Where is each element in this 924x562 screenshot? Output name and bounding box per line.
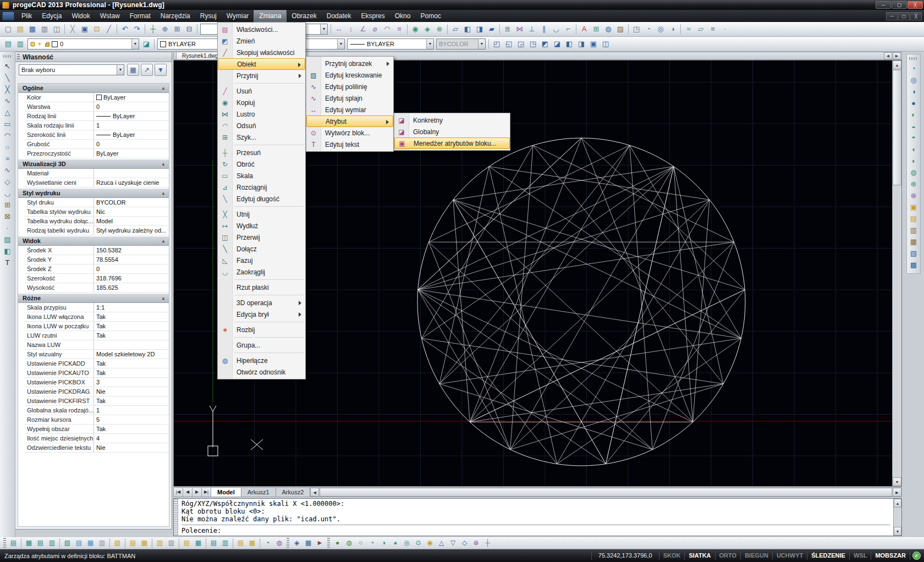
property-row-skala-rodzaju-linii[interactable]: Skala rodzaju linii1	[25, 121, 169, 130]
mdi-close-button[interactable]: ╳	[910, 12, 922, 20]
point-style-icon[interactable]: ●	[332, 538, 343, 548]
property-value[interactable]: 185.625	[94, 283, 169, 292]
menu-dodatek[interactable]: Dodatek	[322, 10, 356, 22]
property-row-tabelka-stylów-wydruku[interactable]: Tabelka stylów wydrukuNic	[25, 207, 169, 217]
solid-fill-tool-icon[interactable]: ◉	[424, 538, 436, 548]
boundary-tool-icon[interactable]: ◔	[366, 538, 378, 548]
menu-obrazek[interactable]: Obrazek	[287, 10, 321, 22]
layer-lock-icon[interactable]: ▤	[127, 538, 139, 548]
palette-title-bar[interactable]: Własność	[15, 52, 172, 62]
section-header-ogólne[interactable]: Ogólne▲	[18, 84, 169, 93]
collapse-chevron-icon[interactable]: ▲	[161, 239, 166, 244]
property-row-środek-x[interactable]: Środek X150.5382	[25, 246, 169, 255]
orbit-view-icon[interactable]: ◎	[908, 75, 920, 86]
property-row-wyświetlanie-cieni[interactable]: Wyświetlanie cieniRzuca i uzyskuje cieni…	[25, 178, 169, 188]
layer-isolate-icon[interactable]: ▤	[35, 538, 46, 548]
menu-widok[interactable]: Widok	[67, 10, 95, 22]
zmiana-item-utnij[interactable]: ╳Utnij	[218, 208, 305, 220]
property-value[interactable]: Tak	[94, 331, 169, 340]
point-icon[interactable]: ∙	[2, 223, 13, 234]
lights-icon[interactable]: ▣	[908, 202, 920, 213]
maximize-button[interactable]: ▢	[892, 1, 907, 9]
zmiana-item-usuń[interactable]: ╱Usuń	[218, 85, 305, 97]
zmiana-item-szyk[interactable]: ⊞Szyk...	[218, 131, 305, 143]
property-value[interactable]: 318.7696	[94, 274, 169, 283]
zmiana-item-edycja-brył[interactable]: Edycja brył	[218, 308, 305, 320]
ray-tool-icon[interactable]: ┼	[482, 538, 493, 548]
property-value[interactable]: 0	[94, 265, 169, 273]
fog-icon[interactable]: ▩	[908, 260, 920, 271]
make-object-layer-current-icon[interactable]: ▤	[8, 538, 19, 548]
dropdown-arrow-icon[interactable]: ▼	[131, 39, 139, 49]
render-tool-icon[interactable]: ◍	[602, 24, 614, 35]
palette-grip[interactable]	[17, 54, 20, 60]
property-row-ustawienie-pickfirst[interactable]: Ustawienie PICKFIRSTTak	[25, 396, 169, 406]
toolbar-grip[interactable]	[909, 57, 918, 60]
shade-flat-edges-icon[interactable]: ◍	[908, 167, 920, 178]
hatch-icon[interactable]: ▨	[2, 234, 13, 245]
ucs-object-icon[interactable]: ◱	[503, 38, 515, 49]
property-value[interactable]	[94, 340, 169, 349]
property-value[interactable]: Tak	[94, 425, 169, 433]
layer-list-tool-icon[interactable]: ≣	[502, 24, 514, 35]
layer-states-tool-icon[interactable]: ▦	[246, 538, 258, 548]
tabstrip-scroll-left-button[interactable]: ◀	[884, 52, 892, 59]
region-tool-icon[interactable]: ▱	[449, 24, 461, 35]
lineweight-control-combo[interactable]: BYLAYER▼	[347, 38, 434, 49]
render-view-icon[interactable]: ⊗	[908, 190, 920, 201]
layout-tab-model[interactable]: Model	[211, 488, 241, 497]
layer-states-manager-icon[interactable]: ▥	[14, 38, 26, 49]
property-row-szerokość[interactable]: Szerokość318.7696	[25, 274, 169, 283]
status-toggle-siatka[interactable]: SIATKA	[685, 552, 715, 560]
area-tool-icon[interactable]: ▱	[695, 24, 707, 35]
materials-view-icon[interactable]: ▥	[908, 225, 920, 236]
ucs-world-icon[interactable]: ◰	[491, 38, 503, 49]
mdi-restore-button[interactable]: ▢	[898, 12, 910, 20]
osnap-intersection-icon[interactable]: ⊗	[433, 24, 446, 35]
minimize-button[interactable]: ─	[876, 1, 891, 9]
property-row-globalna-skala-rodzajó[interactable]: Globalna skala rodzajó...1	[25, 406, 169, 415]
property-value[interactable]: ByLayer	[94, 130, 169, 139]
layout-tab-arkusz2[interactable]: Arkusz2	[276, 488, 311, 497]
obiekt-item-edytuj-wymiar[interactable]: ↔Edytuj wymiar	[306, 104, 393, 115]
property-value[interactable]: Model	[94, 217, 169, 225]
property-value[interactable]: 1:1	[94, 303, 169, 312]
parallel-snap-icon[interactable]: ∥	[538, 24, 550, 35]
zmiana-item-3d-operacja[interactable]: 3D operacja	[218, 297, 305, 308]
menu-edycja[interactable]: Edycja	[37, 10, 67, 22]
toggle-value-filter-button[interactable]: ▼	[155, 64, 167, 76]
property-row-środek-z[interactable]: Środek Z0	[25, 265, 169, 274]
shade-gouraud-edges-icon[interactable]: ⊕	[908, 179, 920, 190]
text-icon[interactable]: T	[2, 257, 13, 268]
spline-icon[interactable]: ∿	[2, 165, 13, 176]
property-row-wysokość[interactable]: Wysokość185.625	[25, 283, 169, 293]
shade-hidden-icon[interactable]: ◓	[908, 133, 920, 144]
scroll-right-button[interactable]: ▶	[893, 488, 901, 497]
dimension-aligned-icon[interactable]: ↕	[345, 24, 357, 35]
property-row-odzwierciedlenie-tekstu[interactable]: Odzwierciedlenie tekstuNie	[25, 443, 169, 453]
mesh-3d-tool-icon[interactable]: ▽	[447, 538, 459, 548]
revision-cloud-icon[interactable]: ≈	[2, 153, 13, 164]
ucs-origin-icon[interactable]: ◩	[539, 38, 551, 49]
status-toggle-orto[interactable]: ORTO	[716, 552, 741, 560]
zoom-realtime-icon[interactable]: ⊕	[159, 24, 171, 35]
xref-attach-icon[interactable]: ⋈	[514, 24, 526, 35]
property-row-skala-przypisu[interactable]: Skala przypisu1:1	[25, 303, 169, 312]
boolean-union-icon[interactable]: ◧	[461, 24, 474, 35]
property-value[interactable]: Tak	[94, 368, 169, 377]
layer-delete-icon[interactable]: ▤	[208, 538, 219, 548]
status-toggle-mobszar[interactable]: MOBSZAR	[871, 552, 910, 560]
dropdown-arrow-icon[interactable]: ▼	[320, 24, 327, 34]
property-value[interactable]: ByLayer	[94, 112, 169, 120]
menu-ekspres[interactable]: Ekspres	[356, 10, 389, 22]
menu-plik[interactable]: Plik	[16, 10, 37, 22]
divide-tool-icon[interactable]: ◍	[343, 538, 355, 548]
menu-narzędzia[interactable]: Narzędzia	[156, 10, 195, 22]
layer-control-combo[interactable]: ☀0▼	[28, 38, 139, 49]
property-row-styl-druku[interactable]: Styl drukuBYCOLOR	[25, 198, 169, 207]
layer-lock-fade-icon[interactable]: ▤	[235, 538, 246, 548]
layer-unisolate-icon[interactable]: ▥	[46, 538, 58, 548]
property-row-materiał[interactable]: Materiał	[25, 169, 169, 178]
zmiana-item-lustro[interactable]: ⋈Lustro	[218, 108, 305, 120]
select-objects-button[interactable]: ↗	[141, 64, 153, 76]
